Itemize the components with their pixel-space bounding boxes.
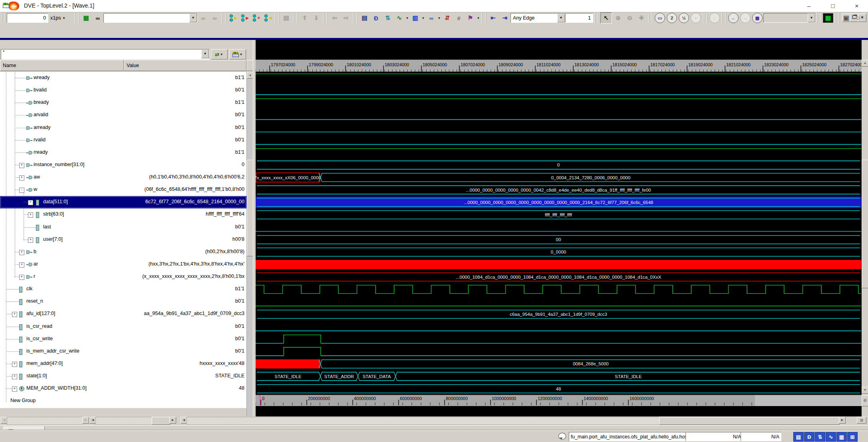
time-value-field[interactable]: 0 xyxy=(7,13,48,23)
expander-plus-icon[interactable]: + xyxy=(12,362,17,367)
signal-row-rvalid[interactable]: rvalid1'b0 xyxy=(0,134,246,147)
vscroll-thumb[interactable] xyxy=(862,160,868,288)
signal-row-b[interactable]: +b(8'h00,2'hx,8'h00) xyxy=(0,246,246,258)
time-unit-select[interactable]: x1ps ▼ xyxy=(48,14,73,22)
prev-edge-icon[interactable]: ⇤ xyxy=(488,13,499,23)
name-column-header[interactable]: Name xyxy=(0,60,124,71)
memory-status-icon[interactable]: ⊞ xyxy=(847,432,858,442)
new-window-icon[interactable]: ▣ xyxy=(841,13,852,23)
expander-plus-icon[interactable]: + xyxy=(19,262,24,268)
toolbar-handle[interactable] xyxy=(353,13,358,23)
expander-plus-icon[interactable]: + xyxy=(12,312,17,317)
expand-collapse-button[interactable]: ⇄ ▼ xyxy=(211,49,228,59)
find-icon[interactable]: ∞ xyxy=(92,13,103,23)
wave-view-icon[interactable]: ∿ xyxy=(394,13,405,23)
schedule-status-icon[interactable]: ▥ xyxy=(836,432,847,442)
signal-row-w[interactable]: -w06f_6c6c_6548,64'hffff_ffff_ffff_ffff,… xyxy=(0,184,246,196)
signal-row-state10[interactable]: +state[1:0]STATE_IDLE xyxy=(0,370,246,383)
signal-row-ar[interactable]: +ar'hxx,3'hx,2'hx,1'bx,4'hx,3'hx,8'hxx,4… xyxy=(0,258,246,271)
signal-row-bvalid[interactable]: bvalid1'b0 xyxy=(0,84,246,97)
signal-row-arready[interactable]: arready1'b0 xyxy=(0,122,246,134)
signal-row-clk[interactable]: clk1'b1 xyxy=(0,283,246,295)
signal-row-data5110[interactable]: +data[511:0]00_0000_2164_6c72_6f77_206f_… xyxy=(0,196,246,208)
waveform-vscrollbar[interactable]: ▲ ▼ ⊘ xyxy=(862,40,868,416)
toolbar-handle[interactable] xyxy=(817,13,821,23)
edge-mode-select[interactable]: Any Edge▼ xyxy=(510,13,565,23)
wave-status-icon[interactable]: ∿ xyxy=(826,432,836,442)
next-edge-icon[interactable]: ⇥ xyxy=(499,13,510,23)
expander-plus-icon[interactable]: + xyxy=(19,250,24,255)
signal-row-bready[interactable]: bready1'b1 xyxy=(0,97,246,109)
expander-plus-icon[interactable]: + xyxy=(28,238,33,243)
signal-row-instance_number310[interactable]: +instance_number[31:0]0 xyxy=(0,159,246,171)
toolbar-handle[interactable] xyxy=(323,13,328,23)
minimize-button[interactable]: – xyxy=(801,2,817,10)
compare-signals-icon[interactable]: ⇅ xyxy=(382,13,393,23)
scroll-right-icon[interactable]: ▶ xyxy=(169,417,176,424)
edge-count-field[interactable]: 1 xyxy=(565,13,593,23)
toolbar-handle[interactable] xyxy=(703,13,707,23)
signal-row-arvalid[interactable]: arvalid1'b0 xyxy=(0,109,246,121)
signal-delete-icon[interactable]: ✕ xyxy=(251,13,262,23)
wave-view-icon-dropdown[interactable]: ▼ xyxy=(405,13,409,23)
filter-dropdown-icon[interactable]: ▼ xyxy=(201,50,209,58)
expander-plus-icon[interactable]: + xyxy=(19,275,24,280)
hscroll-thumb[interactable] xyxy=(659,417,840,425)
go-back-icon[interactable]: ← xyxy=(728,13,739,23)
signal-row-mem_addr_width310[interactable]: +MEM_ADDR_WIDTH[31:0]48 xyxy=(0,383,246,395)
watch-view-icon-dropdown[interactable]: ▼ xyxy=(437,13,441,23)
signal-row-last[interactable]: last1'b0 xyxy=(0,221,246,234)
watch-view-icon[interactable]: ∞ xyxy=(426,13,437,23)
scope-path-field[interactable]: fu_main.port_afu_instances.ofs_plat_afu.… xyxy=(569,432,688,441)
signal-recycle-icon[interactable]: ◀ xyxy=(262,13,273,23)
signal-row-afu_id1270[interactable]: +afu_id[127:0]aa_954a_9b91_4a37_abc1_1d9… xyxy=(0,308,246,320)
eco-icon[interactable]: ▦ xyxy=(81,13,91,23)
toolbar-handle[interactable] xyxy=(1,13,6,23)
signal-row-rready[interactable]: rready1'b1 xyxy=(0,147,246,159)
toolbar-handle[interactable] xyxy=(648,13,653,23)
signal-row-is_csr_read[interactable]: is_csr_read1'b0 xyxy=(0,321,246,333)
expander-plus-icon[interactable]: + xyxy=(28,200,33,205)
close-button[interactable]: × xyxy=(849,2,865,10)
signal-insert-icon[interactable]: ▶ xyxy=(239,13,250,23)
signal-row-strb630[interactable]: +strb[63:0]64'hffff_ffff_ffff_ffff xyxy=(0,208,246,221)
schematic-view-icon[interactable]: Ð xyxy=(371,13,381,23)
goto-grid-icon[interactable]: ▦ xyxy=(752,13,763,23)
annotate-icon-dropdown[interactable]: ▼ xyxy=(476,13,481,23)
toolbar-handle[interactable] xyxy=(594,13,599,23)
memory-view-icon[interactable]: # xyxy=(453,13,464,23)
signal-row-user70[interactable]: +user[7:0]8'h00 xyxy=(0,234,246,246)
search-combo[interactable]: ▼ xyxy=(103,13,197,23)
hscroll-thumb[interactable] xyxy=(152,417,170,425)
maximize-button[interactable]: □ xyxy=(825,2,841,10)
expander-minus-icon[interactable]: - xyxy=(19,188,24,193)
scroll-right-icon[interactable]: ▶ xyxy=(839,417,846,424)
signal-add-icon[interactable]: ▶ xyxy=(228,13,238,23)
toolbar-handle[interactable] xyxy=(75,13,79,23)
waveform-canvas[interactable]: 1797024000179902400018010240001803024000… xyxy=(256,40,862,416)
schedule-view-icon-dropdown[interactable]: ▼ xyxy=(421,13,425,23)
audio-cursor-icon[interactable]: ⊘ xyxy=(857,417,866,424)
name-hscroll-track[interactable] xyxy=(7,417,83,425)
signal-row-r[interactable]: +rx_xxxx_xxxx_xxxx_xxxx_xxxx,2'hx,8'h00,… xyxy=(0,271,246,283)
compare-wave-icon[interactable]: ⇵ xyxy=(442,13,453,23)
toolbar-handle[interactable] xyxy=(722,13,726,23)
toolbar-handle[interactable] xyxy=(482,13,486,23)
signal-row-new group[interactable]: New Group xyxy=(0,395,246,407)
zoom-fit-icon[interactable]: ▭ xyxy=(655,13,665,23)
scroll-down-icon[interactable]: ▼ xyxy=(862,387,868,394)
zoom-2x-icon[interactable]: 2 xyxy=(667,13,677,23)
console-status-icon[interactable]: ▤ xyxy=(793,432,804,442)
message-bubble-icon[interactable] xyxy=(558,433,566,440)
expander-plus-icon[interactable]: + xyxy=(12,374,17,379)
expander-plus-icon[interactable]: + xyxy=(28,212,33,218)
signal-row-wready[interactable]: wready1'b1 xyxy=(0,72,246,84)
signal-row-mem_addr470[interactable]: +mem_addr[47:0]48'hxxxx_xxxx_xxxx xyxy=(0,358,246,370)
corner-sync-icon[interactable]: ⊘ xyxy=(862,395,868,406)
expander-plus-icon[interactable]: + xyxy=(12,387,17,392)
zoom-half-icon[interactable]: ½ xyxy=(679,13,689,23)
toolbar-handle[interactable] xyxy=(222,13,226,23)
signal-filter-input[interactable]: * ▼ xyxy=(1,49,209,59)
toolbar-handle[interactable] xyxy=(275,13,279,23)
value-column-header[interactable]: Value xyxy=(124,60,246,71)
